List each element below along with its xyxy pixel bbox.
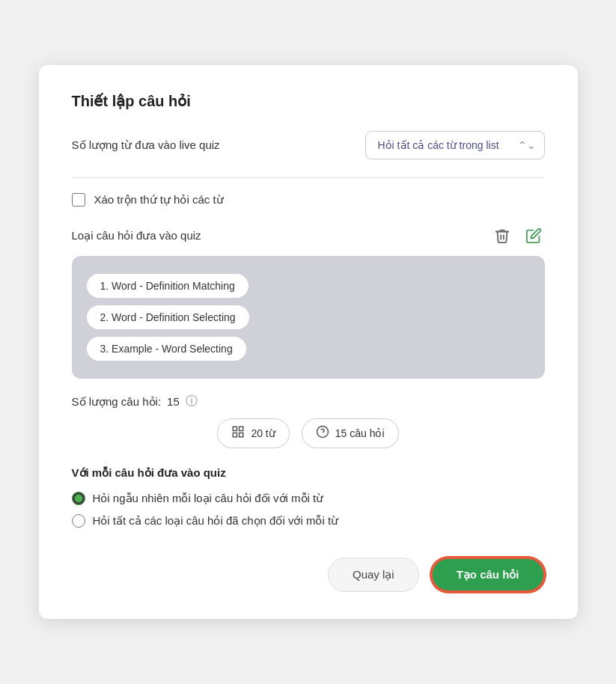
per-question-section: Với mỗi câu hỏi đưa vào quiz Hỏi ngẫu nh…: [72, 466, 545, 528]
svg-rect-3: [240, 433, 243, 437]
svg-rect-1: [240, 427, 243, 430]
word-count-select[interactable]: Hỏi tất cả các từ trong list 10 từ 20 từ…: [365, 131, 545, 159]
stats-row: 20 từ 15 câu hỏi: [72, 418, 545, 448]
edit-icon: [525, 228, 542, 244]
radio-row-2: Hỏi tất cả các loại câu hỏi đã chọn đối …: [72, 514, 545, 528]
svg-rect-0: [234, 427, 237, 430]
edit-button[interactable]: [522, 225, 545, 247]
shuffle-label: Xáo trộn thứ tự hỏi các từ: [94, 193, 224, 207]
question-tag-3: 3. Example - Word Selecting: [87, 337, 246, 361]
radio-row-1: Hỏi ngẫu nhiên mỗi loại câu hỏi đối với …: [72, 492, 545, 505]
modal: Thiết lập câu hỏi Số lượng từ đưa vào li…: [39, 65, 578, 619]
words-stat-text: 20 từ: [251, 427, 275, 439]
question-type-label: Loại câu hỏi đưa vào quiz: [72, 229, 201, 242]
divider-1: [72, 177, 545, 178]
tag-2-text: Word - Definition Selecting: [112, 311, 235, 323]
radio-all-label: Hỏi tất cả các loại câu hỏi đã chọn đối …: [93, 514, 339, 528]
tag-2-number: 2.: [100, 311, 109, 323]
question-type-box: 1. Word - Definition Matching 2. Word - …: [72, 256, 545, 379]
help-circle-icon: [316, 425, 329, 439]
tag-1-text: Word - Definition Matching: [112, 280, 235, 292]
questions-stat-text: 15 câu hỏi: [335, 427, 385, 439]
question-tag-2: 2. Word - Definition Selecting: [87, 305, 249, 329]
word-count-label: Số lượng từ đưa vào live quiz: [72, 138, 220, 152]
per-question-title: Với mỗi câu hỏi đưa vào quiz: [72, 466, 545, 480]
icon-actions: [491, 225, 545, 247]
footer-buttons: Quay lại Tạo câu hỏi: [72, 546, 545, 592]
tag-3-text: Example - Word Selecting: [112, 343, 233, 355]
info-icon[interactable]: ⓘ: [186, 394, 198, 409]
create-button[interactable]: Tạo câu hỏi: [431, 558, 545, 592]
radio-random[interactable]: [72, 492, 85, 505]
delete-icon: [494, 228, 510, 244]
delete-button[interactable]: [491, 225, 513, 247]
questions-stat-icon: [316, 425, 329, 442]
radio-all[interactable]: [72, 514, 85, 528]
modal-title: Thiết lập câu hỏi: [72, 92, 545, 110]
words-stat-pill: 20 từ: [217, 418, 289, 448]
grid-icon: [231, 425, 245, 439]
questions-stat-pill: 15 câu hỏi: [302, 418, 399, 448]
word-count-select-wrapper: Hỏi tất cả các từ trong list 10 từ 20 từ…: [365, 131, 545, 159]
svg-rect-2: [234, 433, 237, 437]
question-count-label: Số lượng câu hỏi:: [72, 395, 162, 409]
words-stat-icon: [231, 425, 245, 442]
tag-3-number: 3.: [100, 343, 109, 355]
question-tag-1: 1. Word - Definition Matching: [87, 274, 248, 298]
word-count-row: Số lượng từ đưa vào live quiz Hỏi tất cả…: [72, 131, 545, 159]
shuffle-row: Xáo trộn thứ tự hỏi các từ: [72, 193, 545, 207]
radio-random-label: Hỏi ngẫu nhiên mỗi loại câu hỏi đối với …: [93, 492, 324, 505]
tag-1-number: 1.: [100, 280, 109, 292]
question-count-row: Số lượng câu hỏi: 15 ⓘ: [72, 394, 545, 409]
question-type-header: Loại câu hỏi đưa vào quiz: [72, 225, 545, 247]
question-type-section: Loại câu hỏi đưa vào quiz: [72, 225, 545, 379]
shuffle-checkbox[interactable]: [72, 193, 85, 207]
question-count-value: 15: [167, 395, 180, 408]
back-button[interactable]: Quay lại: [328, 558, 419, 592]
